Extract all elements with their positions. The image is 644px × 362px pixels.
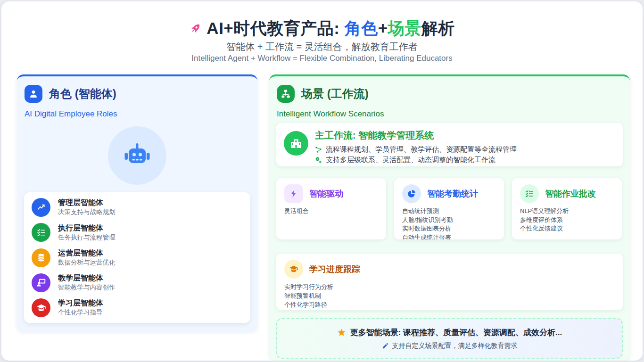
rocket-icon	[189, 22, 202, 35]
robot-icon	[108, 126, 166, 185]
title-text: AI+时代教育产品: 角色+场景解析	[206, 17, 454, 40]
scenarios-panel: 场景 (工作流) Intelligent Workflow Scenarios …	[269, 74, 630, 361]
role-item-teaching: 教学层智能体 智能教学与内容创作	[32, 273, 243, 292]
role-text: 教学层智能体 智能教学与内容创作	[58, 273, 116, 292]
role-desc: 智能教学与内容创作	[58, 283, 116, 292]
graduation-cap-icon	[32, 298, 50, 317]
roles-panel: 角色 (智能体) AI Digital Employee Roles	[17, 74, 257, 331]
title-suffix: 解析	[421, 19, 455, 37]
scenario-card-body: 自动统计预测 人脸/指纹识别考勤 实时数据图表分析 自动生成统计报表	[402, 207, 496, 239]
scenarios-panel-title: 场景 (工作流)	[301, 86, 369, 101]
scenario-card-title: 智能考勤统计	[427, 188, 478, 199]
role-item-learning: 学习层智能体 个性化学习指导	[32, 298, 243, 317]
banner-line1-text: 更多智能场景: 课程推荐、质量评估、资源调配、成效分析...	[350, 327, 562, 338]
main-workflow-title: 主工作流: 智能教学管理系统	[315, 129, 517, 142]
subtitle-en: Intelligent Agent + Workflow = Flexible …	[1, 54, 643, 63]
scenario-card-body: 实时学习行为分析 智能预警机制 个性化学习路径	[284, 282, 615, 309]
scenario-card-body: 灵活组合	[284, 207, 378, 216]
pen-icon	[382, 342, 389, 349]
gears-icon	[315, 156, 322, 164]
scenario-line: 自动统计预测	[402, 207, 496, 216]
main-workflow-body: 主工作流: 智能教学管理系统 流程课程规划、学员管理、教学评估、资源配置等全流程…	[315, 129, 517, 160]
banner-line2: 支持自定义场景配置，满足多样化教育需求	[382, 342, 518, 350]
role-title: 执行层智能体	[58, 223, 116, 233]
page-title: AI+时代教育产品: 角色+场景解析	[1, 17, 643, 40]
role-title: 学习层智能体	[58, 298, 103, 308]
graduation-cap-icon	[284, 260, 303, 279]
role-title: 管理层智能体	[58, 198, 116, 208]
scenario-card-grading: 智能作业批改 NLP语义理解分析 多维度评价体系 个性化反馈建议	[512, 178, 622, 239]
teaching-board-icon	[32, 273, 50, 292]
main-workflow-bullet: 支持多层级联系、灵活配置、动态调整的智能化工作流	[315, 155, 517, 165]
subtitle-zh: 智能体 + 工作流 = 灵活组合，解放教育工作者	[1, 41, 643, 53]
poster-canvas: AI+时代教育产品: 角色+场景解析 智能体 + 工作流 = 灵活组合，解放教育…	[1, 1, 643, 361]
role-title: 教学层智能体	[58, 273, 116, 283]
database-icon	[32, 248, 50, 267]
scenario-card-header: 学习进度跟踪	[284, 260, 615, 279]
scenarios-panel-header: 场景 (工作流)	[277, 85, 369, 103]
banner-line2-text: 支持自定义场景配置，满足多样化教育需求	[392, 342, 518, 350]
title-prefix: AI+时代教育产品:	[206, 19, 344, 37]
banner-line1: 更多智能场景: 课程推荐、质量评估、资源调配、成效分析...	[337, 327, 562, 338]
role-text: 管理层智能体 决策支持与战略规划	[58, 198, 116, 216]
scenario-line: 多维度评价体系	[520, 216, 614, 225]
scenario-card-header: 智能作业批改	[520, 184, 614, 203]
scenario-card-body: NLP语义理解分析 多维度评价体系 个性化反馈建议	[520, 207, 614, 233]
school-icon	[284, 131, 308, 156]
main-workflow-bullet-text: 流程课程规划、学员管理、教学评估、资源配置等全流程管理	[326, 144, 517, 155]
more-scenarios-banner: 更多智能场景: 课程推荐、质量评估、资源调配、成效分析... 支持自定义场景配置…	[276, 318, 623, 359]
scenario-line: 实时学习行为分析	[284, 282, 615, 291]
scenario-card-title: 智能驱动	[309, 188, 343, 199]
role-text: 运营层智能体 数据分析与运营优化	[58, 248, 116, 267]
scenario-card-title: 学习进度跟踪	[309, 263, 360, 275]
scenario-line: 个性化反馈建议	[520, 224, 614, 233]
scenarios-panel-subtitle: Intelligent Workflow Scenarios	[277, 109, 384, 119]
scenario-line: NLP语义理解分析	[520, 207, 614, 216]
roles-panel-subtitle: AI Digital Employee Roles	[25, 109, 117, 119]
roles-list-card: 管理层智能体 决策支持与战略规划 执行层智能体 任务执行与流程管理	[24, 192, 250, 323]
scenario-line: 个性化学习路径	[284, 300, 615, 309]
role-item-operations: 运营层智能体 数据分析与运营优化	[32, 248, 243, 267]
chart-line-icon	[32, 198, 50, 217]
scenario-line: 智能预警机制	[284, 291, 615, 300]
star-icon	[337, 328, 346, 337]
role-title: 运营层智能体	[58, 248, 116, 258]
share-nodes-icon	[315, 146, 322, 153]
role-text: 学习层智能体 个性化学习指导	[58, 298, 103, 317]
role-text: 执行层智能体 任务执行与流程管理	[58, 223, 116, 242]
scenario-line: 人脸/指纹识别考勤	[402, 216, 496, 225]
scenario-card-title: 智能作业批改	[545, 188, 596, 199]
roles-panel-header: 角色 (智能体)	[25, 85, 116, 103]
main-workflow-card: 主工作流: 智能教学管理系统 流程课程规划、学员管理、教学评估、资源配置等全流程…	[276, 123, 623, 166]
checklist-icon	[32, 223, 50, 242]
main-workflow-bullet-text: 支持多层级联系、灵活配置、动态调整的智能化工作流	[326, 155, 495, 165]
checklist-icon	[520, 184, 539, 203]
scenario-card-header: 智能驱动	[284, 184, 378, 203]
bolt-icon	[284, 184, 303, 203]
scenario-line: 灵活组合	[284, 207, 378, 216]
title-plus: +	[378, 19, 388, 37]
role-item-management: 管理层智能体 决策支持与战略规划	[32, 198, 243, 217]
sitemap-icon	[277, 85, 295, 103]
scenario-card-attendance: 智能考勤统计 自动统计预测 人脸/指纹识别考勤 实时数据图表分析 自动生成统计报…	[394, 178, 504, 239]
scenario-card-drive: 智能驱动 灵活组合	[276, 178, 386, 239]
roles-panel-title: 角色 (智能体)	[49, 86, 116, 101]
role-item-execution: 执行层智能体 任务执行与流程管理	[32, 223, 243, 242]
scenario-card-header: 智能考勤统计	[402, 184, 496, 203]
scenario-card-progress: 学习进度跟踪 实时学习行为分析 智能预警机制 个性化学习路径	[276, 254, 623, 310]
scenario-line: 实时数据图表分析	[402, 224, 496, 233]
role-desc: 数据分析与运营优化	[58, 258, 116, 267]
role-desc: 个性化学习指导	[58, 308, 103, 317]
pie-chart-icon	[402, 184, 421, 203]
role-desc: 任务执行与流程管理	[58, 233, 116, 242]
user-icon	[25, 85, 42, 103]
title-role-word: 角色	[345, 19, 378, 37]
title-scene-word: 场景	[388, 19, 421, 37]
role-desc: 决策支持与战略规划	[58, 208, 116, 216]
scenario-line: 自动生成统计报表	[402, 233, 496, 240]
main-workflow-bullet: 流程课程规划、学员管理、教学评估、资源配置等全流程管理	[315, 144, 517, 155]
